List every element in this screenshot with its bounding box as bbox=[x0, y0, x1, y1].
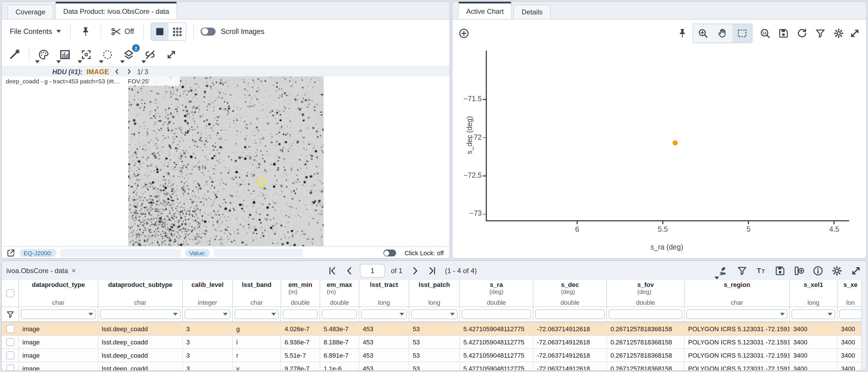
filter-chart-button[interactable] bbox=[813, 26, 827, 40]
click-lock-toggle[interactable] bbox=[383, 250, 396, 256]
wcs-unlink-button[interactable] bbox=[143, 47, 157, 62]
tab-active-chart[interactable]: Active Chart bbox=[458, 2, 512, 19]
table-row[interactable]: imagelsst.deep_coadd3i6.936e-78.188e-745… bbox=[2, 336, 866, 349]
row-checkbox[interactable] bbox=[6, 351, 14, 359]
cutout-toggle-button[interactable]: Off bbox=[108, 24, 136, 39]
table-row[interactable]: imagelsst.deep_coadd3r5.51e-76.891e-7453… bbox=[2, 349, 866, 362]
filter-input-lsst_patch[interactable] bbox=[411, 309, 458, 319]
pan-mode-button[interactable] bbox=[713, 24, 732, 42]
scatter-chart[interactable]: s_dec (deg) s_ra (deg) −71.5−72−72.5−736… bbox=[453, 46, 866, 259]
cell-dataproduct_type: image bbox=[19, 322, 98, 335]
filter-input-s_xe[interactable] bbox=[839, 309, 862, 319]
filter-input-em_max[interactable] bbox=[322, 309, 357, 319]
column-header-lsst_patch[interactable]: lsst_patchlong bbox=[409, 280, 460, 306]
layers-button[interactable]: 2 bbox=[122, 47, 136, 62]
column-name: em_min bbox=[288, 281, 312, 288]
recenter-button[interactable] bbox=[79, 47, 93, 62]
active-target-marker[interactable] bbox=[256, 176, 267, 187]
column-header-s_region[interactable]: s_regionchar bbox=[685, 280, 790, 306]
fits-star-field-image[interactable] bbox=[128, 76, 323, 246]
chart-settings-button[interactable] bbox=[832, 26, 845, 40]
region-select-button[interactable] bbox=[101, 47, 114, 62]
cell-s_dec: -72.063714912618 bbox=[533, 362, 607, 371]
expand-image-button[interactable] bbox=[164, 47, 178, 62]
filter-input-s_dec[interactable] bbox=[535, 309, 605, 319]
column-header-lsst_band[interactable]: lsst_bandchar bbox=[233, 280, 281, 306]
single-view-button[interactable] bbox=[151, 23, 168, 40]
row-checkbox[interactable] bbox=[6, 338, 14, 346]
save-table-button[interactable] bbox=[773, 263, 787, 278]
filter-cell-em_max bbox=[320, 307, 359, 321]
hdu-prev-button[interactable] bbox=[113, 67, 121, 76]
zoom-mode-button[interactable] bbox=[693, 24, 713, 42]
file-contents-dropdown[interactable]: File Contents bbox=[10, 27, 61, 35]
table-info-button[interactable] bbox=[811, 263, 825, 278]
scatter-point[interactable] bbox=[673, 140, 678, 145]
filter-input-dataproduct_subtype[interactable] bbox=[100, 309, 181, 319]
tab-data-product[interactable]: Data Product: ivoa.ObsCore - data bbox=[55, 2, 177, 19]
fits-image-viewport[interactable]: deep_coadd - g - tract=453 patch=53 (#t…… bbox=[2, 76, 450, 246]
tab-coverage[interactable]: Coverage bbox=[7, 5, 54, 19]
column-header-lsst_tract[interactable]: lsst_tractlong bbox=[359, 280, 409, 306]
column-header-s_xel1[interactable]: s_xel1long bbox=[790, 280, 838, 306]
add-chart-button[interactable] bbox=[457, 26, 471, 40]
table-row[interactable]: imagelsst.deep_coadd3y9.278e-71.1e-64535… bbox=[2, 362, 866, 371]
table-scrollbar[interactable] bbox=[861, 280, 866, 370]
expand-chart-button[interactable] bbox=[848, 26, 862, 40]
grid-view-button[interactable] bbox=[168, 23, 186, 40]
filter-input-lsst_tract[interactable] bbox=[361, 309, 407, 319]
column-unit: (deg) bbox=[637, 288, 654, 295]
histogram-stretch-button[interactable] bbox=[58, 47, 72, 62]
filter-table-button[interactable] bbox=[735, 263, 749, 278]
pin-button[interactable] bbox=[79, 24, 92, 39]
coord-system-label[interactable]: EQ-J2000: bbox=[20, 249, 56, 257]
column-header-s_ra[interactable]: s_ra(deg)double bbox=[460, 280, 533, 306]
column-header-s_fov[interactable]: s_fov(deg)double bbox=[607, 280, 685, 306]
single-view-icon bbox=[154, 26, 165, 37]
add-column-button[interactable] bbox=[792, 263, 806, 278]
filter-input-s_xel1[interactable] bbox=[792, 309, 835, 319]
hdu-next-button[interactable] bbox=[125, 67, 133, 76]
page-number-input[interactable] bbox=[360, 264, 385, 277]
tab-details[interactable]: Details bbox=[514, 5, 551, 19]
filter-input-em_min[interactable] bbox=[283, 309, 318, 319]
hdu-type-label: IMAGE bbox=[87, 68, 109, 75]
column-header-em_min[interactable]: em_min(m)double bbox=[281, 280, 320, 306]
filter-input-s_fov[interactable] bbox=[609, 309, 682, 319]
column-header-dataproduct_subtype[interactable]: dataproduct_subtypechar bbox=[98, 280, 183, 306]
restore-chart-button[interactable] bbox=[795, 26, 809, 40]
tools-button[interactable] bbox=[7, 47, 21, 62]
row-checkbox[interactable] bbox=[6, 325, 14, 333]
analyze-button[interactable] bbox=[716, 263, 730, 278]
color-stretch-button[interactable] bbox=[37, 47, 51, 62]
column-header-calib_level[interactable]: calib_levelinteger bbox=[183, 280, 233, 306]
popout-icon[interactable] bbox=[6, 248, 16, 257]
row-checkbox[interactable] bbox=[6, 365, 14, 371]
filter-input-s_ra[interactable] bbox=[462, 309, 531, 319]
scroll-images-toggle[interactable] bbox=[200, 27, 216, 35]
save-chart-button[interactable] bbox=[777, 26, 790, 40]
pin-chart-button[interactable] bbox=[676, 26, 689, 40]
next-page-button[interactable] bbox=[408, 263, 422, 278]
last-page-button[interactable] bbox=[425, 263, 439, 278]
column-header-s_xe[interactable]: s_xelon bbox=[838, 280, 864, 306]
zoom-reset-button[interactable]: 1x bbox=[758, 26, 772, 40]
filter-input-s_region[interactable] bbox=[686, 309, 787, 319]
select-all-checkbox[interactable] bbox=[6, 289, 14, 297]
table-tab[interactable]: ivoa.ObsCore - data × bbox=[6, 267, 76, 275]
column-header-s_dec[interactable]: s_dec(deg)double bbox=[533, 280, 607, 306]
filter-input-calib_level[interactable] bbox=[185, 309, 230, 319]
first-page-button[interactable] bbox=[326, 263, 339, 278]
expand-table-button[interactable] bbox=[849, 263, 863, 278]
filter-input-dataproduct_type[interactable] bbox=[21, 309, 96, 319]
close-icon[interactable]: × bbox=[71, 267, 76, 274]
box-select-mode-button[interactable] bbox=[732, 24, 752, 42]
filter-input-lsst_band[interactable] bbox=[235, 309, 279, 319]
column-header-em_max[interactable]: em_max(m)double bbox=[320, 280, 359, 306]
column-header-dataproduct_type[interactable]: dataproduct_typechar bbox=[19, 280, 98, 306]
prev-page-button[interactable] bbox=[343, 263, 356, 278]
table-settings-button[interactable] bbox=[830, 263, 844, 278]
text-view-button[interactable]: TT bbox=[754, 263, 768, 278]
pixel-value-label[interactable]: Value: bbox=[185, 249, 210, 257]
table-row[interactable]: imagelsst.deep_coadd3g4.026e-75.483e-745… bbox=[2, 322, 866, 336]
